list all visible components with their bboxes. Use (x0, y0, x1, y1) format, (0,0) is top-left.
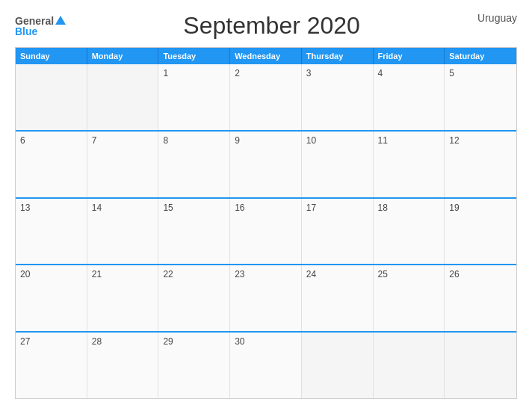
day-number: 9 (235, 135, 240, 146)
day-number: 6 (20, 135, 25, 146)
week-row-1: 12345 (16, 64, 516, 130)
day-cell-2-3: 16 (230, 199, 302, 265)
day-cell-4-2: 29 (158, 333, 230, 398)
day-cell-3-0: 20 (16, 265, 87, 331)
day-number: 15 (163, 203, 173, 213)
week-row-3: 13141516171819 (16, 197, 516, 265)
weeks-container: 1234567891011121314151617181920212223242… (16, 64, 516, 398)
day-cell-4-1: 28 (87, 333, 159, 398)
day-cell-0-5: 4 (374, 64, 445, 130)
day-number: 8 (163, 135, 168, 146)
day-cell-3-1: 21 (87, 265, 159, 331)
day-number: 26 (449, 269, 459, 279)
day-cell-3-5: 25 (374, 265, 445, 331)
day-cell-1-2: 8 (158, 132, 230, 197)
calendar: Sunday Monday Tuesday Wednesday Thursday… (15, 47, 517, 399)
day-number: 14 (92, 203, 102, 213)
week-row-4: 20212223242526 (16, 264, 516, 331)
day-number: 19 (449, 203, 459, 213)
day-cell-4-6 (445, 333, 516, 398)
day-number: 20 (20, 269, 30, 279)
day-number: 3 (306, 68, 312, 78)
week-row-2: 6789101112 (16, 130, 516, 197)
day-cell-4-5 (374, 333, 445, 398)
day-headers: Sunday Monday Tuesday Wednesday Thursday… (16, 48, 516, 64)
day-cell-2-1: 14 (87, 199, 159, 265)
header: General Blue September 2020 Uruguay (15, 12, 517, 40)
day-number: 29 (163, 336, 173, 347)
day-number: 5 (449, 68, 454, 78)
day-cell-4-4 (302, 333, 374, 398)
day-number: 18 (378, 203, 388, 213)
day-cell-2-6: 19 (445, 199, 516, 265)
day-number: 12 (449, 135, 459, 146)
header-wednesday: Wednesday (230, 48, 302, 64)
day-cell-1-1: 7 (87, 132, 159, 197)
day-cell-3-3: 23 (230, 265, 302, 331)
day-cell-3-6: 26 (445, 265, 516, 331)
day-number: 7 (92, 135, 97, 146)
day-number: 1 (163, 68, 168, 78)
day-cell-2-0: 13 (16, 199, 87, 265)
day-cell-0-3: 2 (230, 64, 302, 130)
header-sunday: Sunday (16, 48, 87, 64)
day-number: 23 (235, 269, 244, 279)
calendar-page: General Blue September 2020 Uruguay Sund… (0, 0, 532, 411)
day-number: 22 (163, 269, 173, 279)
day-number: 13 (20, 203, 30, 213)
day-number: 2 (235, 68, 240, 78)
day-cell-0-2: 1 (158, 64, 230, 130)
day-cell-1-5: 11 (374, 132, 445, 197)
day-cell-2-5: 18 (374, 199, 445, 265)
day-number: 28 (92, 336, 102, 347)
logo: General Blue (15, 16, 66, 37)
day-number: 10 (306, 135, 316, 146)
header-friday: Friday (374, 48, 445, 64)
header-monday: Monday (87, 48, 159, 64)
header-thursday: Thursday (302, 48, 374, 64)
day-number: 11 (378, 135, 388, 146)
day-cell-3-2: 22 (158, 265, 230, 331)
day-cell-1-0: 6 (16, 132, 87, 197)
day-number: 21 (92, 269, 102, 279)
day-cell-4-3: 30 (230, 333, 302, 398)
page-title: September 2020 (66, 12, 477, 40)
day-cell-0-1 (87, 64, 159, 130)
day-cell-2-2: 15 (158, 199, 230, 265)
day-cell-2-4: 17 (302, 199, 374, 265)
header-saturday: Saturday (445, 48, 516, 64)
day-number: 4 (378, 68, 383, 78)
day-cell-1-4: 10 (302, 132, 374, 197)
day-cell-0-4: 3 (302, 64, 374, 130)
day-cell-4-0: 27 (16, 333, 87, 398)
logo-blue-text: Blue (15, 26, 37, 37)
day-number: 17 (306, 203, 316, 213)
day-number: 25 (378, 269, 388, 279)
day-cell-1-3: 9 (230, 132, 302, 197)
day-number: 30 (235, 336, 244, 347)
day-number: 16 (235, 203, 244, 213)
logo-general-text: General (15, 16, 54, 26)
day-cell-3-4: 24 (302, 265, 374, 331)
day-cell-0-0 (16, 64, 87, 130)
country-label: Uruguay (477, 12, 517, 24)
day-cell-1-6: 12 (445, 132, 516, 197)
day-cell-0-6: 5 (445, 64, 516, 130)
logo-triangle-icon (55, 16, 66, 25)
week-row-5: 27282930 (16, 331, 516, 398)
day-number: 27 (20, 336, 30, 347)
header-tuesday: Tuesday (158, 48, 230, 64)
day-number: 24 (306, 269, 316, 279)
